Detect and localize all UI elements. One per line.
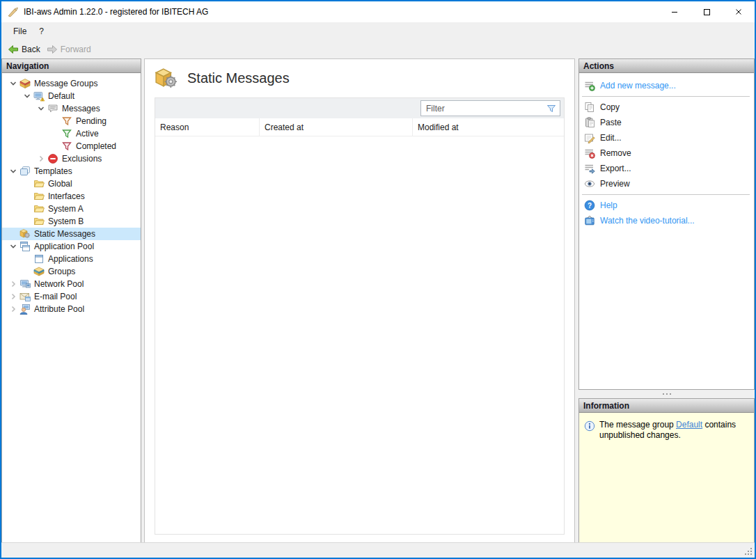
panel-splitter[interactable] bbox=[578, 390, 755, 398]
chevron-right-icon[interactable] bbox=[36, 153, 47, 164]
tree-item-completed[interactable]: Completed bbox=[2, 140, 141, 152]
tree-item-active[interactable]: Active bbox=[2, 127, 141, 140]
exclusions-icon bbox=[47, 153, 58, 164]
forward-button[interactable]: Forward bbox=[45, 42, 95, 56]
tree-item-network-pool[interactable]: Network Pool bbox=[2, 278, 141, 290]
minimize-icon bbox=[669, 6, 680, 17]
title-bar: IBI-aws Admin 1.22.0 - registered for IB… bbox=[1, 1, 755, 22]
tree-item-e-mail-pool[interactable]: E-mail Pool bbox=[2, 290, 141, 303]
tree-item-pending[interactable]: Pending bbox=[2, 115, 141, 127]
preview-icon bbox=[584, 178, 595, 189]
filter-input[interactable] bbox=[421, 104, 546, 113]
action-copy[interactable]: Copy bbox=[579, 100, 754, 115]
app-icon bbox=[7, 6, 19, 18]
action-label: Watch the video-tutorial... bbox=[600, 216, 695, 226]
default-group-link[interactable]: Default bbox=[676, 420, 702, 430]
action-export[interactable]: Export... bbox=[579, 161, 754, 176]
tree-item-label: Applications bbox=[48, 254, 93, 264]
edit-icon bbox=[584, 132, 595, 143]
expander-spacer bbox=[22, 253, 33, 265]
maximize-button[interactable] bbox=[691, 1, 723, 22]
tree-item-messages[interactable]: Messages bbox=[2, 102, 141, 115]
action-add-new-message[interactable]: Add new message... bbox=[579, 78, 754, 93]
action-remove[interactable]: Remove bbox=[579, 145, 754, 161]
tree-item-application-pool[interactable]: Application Pool bbox=[2, 240, 141, 253]
column-header-created-at[interactable]: Created at bbox=[260, 118, 413, 136]
column-header-modified-at[interactable]: Modified at bbox=[413, 118, 564, 136]
tree-item-groups[interactable]: Groups bbox=[2, 265, 141, 278]
tree-item-interfaces[interactable]: Interfaces bbox=[2, 190, 141, 203]
back-icon bbox=[8, 44, 19, 55]
information-body: The message group Default contains unpub… bbox=[579, 413, 754, 542]
tree-item-label: Active bbox=[76, 129, 99, 139]
chevron-down-icon[interactable] bbox=[8, 241, 19, 252]
minimize-button[interactable] bbox=[659, 1, 691, 22]
tree-item-default[interactable]: Default bbox=[2, 90, 141, 102]
tree-item-exclusions[interactable]: Exclusions bbox=[2, 152, 141, 165]
window-title: IBI-aws Admin 1.22.0 - registered for IB… bbox=[24, 7, 208, 17]
tree-item-templates[interactable]: Templates bbox=[2, 165, 141, 178]
video-tutorial-icon bbox=[584, 215, 595, 226]
tree-item-message-groups[interactable]: Message Groups bbox=[2, 77, 141, 90]
menu-item-file[interactable]: File bbox=[7, 24, 33, 39]
action-label: Add new message... bbox=[600, 81, 676, 90]
email-pool-icon bbox=[19, 291, 31, 302]
info-icon bbox=[584, 420, 595, 432]
tree-item-label: Static Messages bbox=[34, 229, 95, 239]
action-label: Help bbox=[600, 200, 617, 210]
information-panel: Information The message group Default co… bbox=[578, 398, 755, 543]
applications-icon bbox=[33, 253, 45, 265]
message-groups-icon bbox=[19, 78, 31, 89]
attribute-pool-icon bbox=[19, 304, 31, 315]
actions-panel-header: Actions bbox=[579, 59, 754, 73]
resize-grip-icon[interactable] bbox=[744, 547, 753, 556]
chevron-down-icon[interactable] bbox=[36, 103, 47, 114]
expander-spacer bbox=[22, 266, 33, 277]
help-icon: ? bbox=[584, 200, 595, 211]
svg-text:?: ? bbox=[588, 202, 592, 210]
column-header-reason[interactable]: Reason bbox=[155, 118, 260, 136]
expander-spacer bbox=[22, 191, 33, 202]
status-bar bbox=[1, 542, 755, 558]
back-button[interactable]: Back bbox=[6, 42, 45, 56]
tree-item-label: Pending bbox=[76, 116, 107, 126]
tree-item-label: Global bbox=[48, 179, 72, 189]
close-button[interactable] bbox=[723, 1, 755, 22]
tree-item-label: Groups bbox=[48, 267, 75, 276]
menu-item-help[interactable]: ? bbox=[33, 24, 50, 39]
chevron-down-icon[interactable] bbox=[22, 90, 33, 102]
tree-item-static-messages[interactable]: Static Messages bbox=[2, 228, 141, 240]
static-messages-icon bbox=[19, 228, 31, 239]
tree-item-label: System A bbox=[48, 204, 84, 214]
expander-spacer bbox=[49, 116, 61, 127]
tree-item-applications[interactable]: Applications bbox=[2, 253, 141, 265]
chevron-down-icon[interactable] bbox=[8, 166, 19, 177]
chevron-down-icon[interactable] bbox=[8, 78, 19, 89]
menu-bar: File? bbox=[1, 22, 755, 40]
action-paste[interactable]: Paste bbox=[579, 115, 754, 130]
tree-item-system-a[interactable]: System A bbox=[2, 203, 141, 215]
chevron-right-icon[interactable] bbox=[8, 278, 19, 290]
chevron-right-icon[interactable] bbox=[8, 304, 19, 315]
action-edit[interactable]: Edit... bbox=[579, 130, 754, 145]
action-watch-the-video-tutorial[interactable]: Watch the video-tutorial... bbox=[579, 213, 754, 228]
tree-item-label: Attribute Pool bbox=[34, 304, 84, 314]
information-panel-header: Information bbox=[579, 399, 754, 413]
table-header-row: ReasonCreated atModified at bbox=[155, 118, 564, 136]
chevron-right-icon[interactable] bbox=[8, 291, 19, 302]
tree-item-attribute-pool[interactable]: Attribute Pool bbox=[2, 303, 141, 315]
tree-item-global[interactable]: Global bbox=[2, 178, 141, 190]
action-label: Remove bbox=[600, 148, 631, 158]
action-help[interactable]: ?Help bbox=[579, 198, 754, 213]
tree-item-system-b[interactable]: System B bbox=[2, 215, 141, 228]
app-window: IBI-aws Admin 1.22.0 - registered for IB… bbox=[0, 0, 756, 559]
expander-spacer bbox=[22, 178, 33, 189]
active-filter-icon bbox=[61, 128, 72, 139]
expander-spacer bbox=[22, 216, 33, 227]
static-messages-icon bbox=[154, 67, 179, 90]
information-message-before: The message group bbox=[599, 420, 676, 430]
action-preview[interactable]: Preview bbox=[579, 176, 754, 191]
maximize-icon bbox=[701, 6, 712, 17]
information-message: The message group Default contains unpub… bbox=[599, 420, 747, 441]
filter-funnel-icon[interactable] bbox=[546, 103, 557, 114]
